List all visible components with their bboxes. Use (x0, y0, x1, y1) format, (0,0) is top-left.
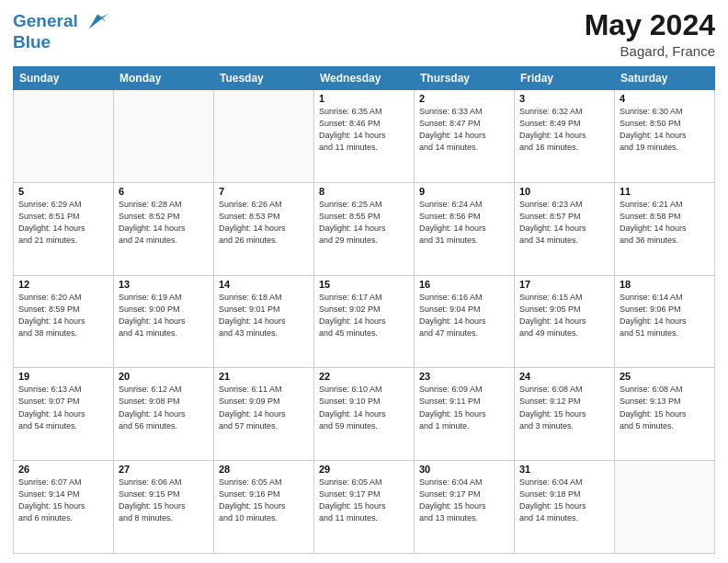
day-info: Sunrise: 6:26 AM Sunset: 8:53 PM Dayligh… (219, 199, 309, 247)
day-info: Sunrise: 6:09 AM Sunset: 9:11 PM Dayligh… (419, 384, 509, 431)
day-number: 1 (319, 93, 409, 104)
day-number: 4 (620, 93, 710, 104)
day-number: 24 (519, 371, 609, 382)
calendar-cell: 12Sunrise: 6:20 AM Sunset: 8:59 PM Dayli… (14, 275, 114, 368)
calendar-cell: 23Sunrise: 6:09 AM Sunset: 9:11 PM Dayli… (415, 368, 515, 461)
day-info: Sunrise: 6:32 AM Sunset: 8:49 PM Dayligh… (519, 106, 609, 154)
calendar-cell (615, 461, 715, 554)
calendar-day-header: Saturday (615, 67, 715, 90)
day-number: 21 (219, 371, 309, 382)
day-info: Sunrise: 6:11 AM Sunset: 9:09 PM Dayligh… (219, 384, 309, 431)
title-block: May 2024 Bagard, France (585, 9, 715, 59)
calendar-cell: 22Sunrise: 6:10 AM Sunset: 9:10 PM Dayli… (314, 368, 415, 461)
day-number: 6 (119, 186, 209, 197)
day-number: 2 (419, 93, 509, 104)
header: General Blue May 2024 Bagard, France (13, 9, 715, 59)
calendar-week-row: 26Sunrise: 6:07 AM Sunset: 9:14 PM Dayli… (14, 461, 715, 554)
calendar-cell: 4Sunrise: 6:30 AM Sunset: 8:50 PM Daylig… (615, 90, 715, 183)
day-number: 16 (419, 279, 509, 290)
day-number: 30 (419, 464, 509, 475)
day-number: 12 (18, 279, 108, 290)
day-number: 25 (620, 371, 710, 382)
day-info: Sunrise: 6:20 AM Sunset: 8:59 PM Dayligh… (18, 292, 108, 339)
calendar-cell: 17Sunrise: 6:15 AM Sunset: 9:05 PM Dayli… (515, 275, 615, 368)
calendar-cell: 15Sunrise: 6:17 AM Sunset: 9:02 PM Dayli… (314, 275, 415, 368)
calendar-day-header: Monday (114, 67, 214, 90)
day-info: Sunrise: 6:23 AM Sunset: 8:57 PM Dayligh… (519, 199, 609, 247)
day-number: 17 (519, 279, 609, 290)
day-info: Sunrise: 6:12 AM Sunset: 9:08 PM Dayligh… (119, 384, 209, 431)
day-info: Sunrise: 6:10 AM Sunset: 9:10 PM Dayligh… (319, 384, 409, 431)
day-info: Sunrise: 6:08 AM Sunset: 9:12 PM Dayligh… (519, 384, 609, 431)
calendar-cell: 11Sunrise: 6:21 AM Sunset: 8:58 PM Dayli… (615, 182, 715, 275)
day-number: 26 (18, 464, 108, 475)
subtitle: Bagard, France (585, 43, 715, 59)
calendar-cell: 10Sunrise: 6:23 AM Sunset: 8:57 PM Dayli… (515, 182, 615, 275)
calendar-cell: 21Sunrise: 6:11 AM Sunset: 9:09 PM Dayli… (214, 368, 314, 461)
calendar-day-header: Friday (515, 67, 615, 90)
calendar-day-header: Tuesday (214, 67, 314, 90)
day-info: Sunrise: 6:30 AM Sunset: 8:50 PM Dayligh… (620, 106, 710, 154)
logo-bird-icon (85, 9, 110, 35)
day-number: 19 (18, 371, 108, 382)
day-number: 22 (319, 371, 409, 382)
calendar-day-header: Thursday (415, 67, 515, 90)
calendar-cell: 1Sunrise: 6:35 AM Sunset: 8:46 PM Daylig… (314, 90, 415, 183)
logo-blue: Blue (13, 33, 110, 52)
calendar-cell: 14Sunrise: 6:18 AM Sunset: 9:01 PM Dayli… (214, 275, 314, 368)
day-info: Sunrise: 6:19 AM Sunset: 9:00 PM Dayligh… (119, 292, 209, 339)
calendar-cell: 5Sunrise: 6:29 AM Sunset: 8:51 PM Daylig… (14, 182, 114, 275)
calendar-week-row: 12Sunrise: 6:20 AM Sunset: 8:59 PM Dayli… (14, 275, 715, 368)
calendar-cell (114, 90, 214, 183)
logo: General Blue (13, 9, 110, 52)
day-info: Sunrise: 6:13 AM Sunset: 9:07 PM Dayligh… (18, 384, 108, 431)
day-info: Sunrise: 6:28 AM Sunset: 8:52 PM Dayligh… (119, 199, 209, 247)
day-info: Sunrise: 6:33 AM Sunset: 8:47 PM Dayligh… (419, 106, 509, 154)
day-number: 27 (119, 464, 209, 475)
calendar-cell: 29Sunrise: 6:05 AM Sunset: 9:17 PM Dayli… (314, 461, 415, 554)
calendar-cell: 9Sunrise: 6:24 AM Sunset: 8:56 PM Daylig… (415, 182, 515, 275)
calendar-cell: 25Sunrise: 6:08 AM Sunset: 9:13 PM Dayli… (615, 368, 715, 461)
day-number: 13 (119, 279, 209, 290)
day-info: Sunrise: 6:08 AM Sunset: 9:13 PM Dayligh… (620, 384, 710, 431)
day-info: Sunrise: 6:04 AM Sunset: 9:17 PM Dayligh… (419, 477, 509, 524)
logo-general: General (13, 11, 78, 30)
day-info: Sunrise: 6:05 AM Sunset: 9:16 PM Dayligh… (219, 477, 309, 524)
day-info: Sunrise: 6:04 AM Sunset: 9:18 PM Dayligh… (519, 477, 609, 524)
day-info: Sunrise: 6:25 AM Sunset: 8:55 PM Dayligh… (319, 199, 409, 247)
day-number: 10 (519, 186, 609, 197)
calendar-week-row: 1Sunrise: 6:35 AM Sunset: 8:46 PM Daylig… (14, 90, 715, 183)
calendar-cell: 26Sunrise: 6:07 AM Sunset: 9:14 PM Dayli… (14, 461, 114, 554)
calendar-cell (14, 90, 114, 183)
calendar-cell: 18Sunrise: 6:14 AM Sunset: 9:06 PM Dayli… (615, 275, 715, 368)
calendar-cell: 28Sunrise: 6:05 AM Sunset: 9:16 PM Dayli… (214, 461, 314, 554)
svg-marker-0 (89, 14, 108, 29)
day-number: 9 (419, 186, 509, 197)
calendar-week-row: 19Sunrise: 6:13 AM Sunset: 9:07 PM Dayli… (14, 368, 715, 461)
day-number: 18 (620, 279, 710, 290)
calendar-cell: 31Sunrise: 6:04 AM Sunset: 9:18 PM Dayli… (515, 461, 615, 554)
day-info: Sunrise: 6:16 AM Sunset: 9:04 PM Dayligh… (419, 292, 509, 339)
day-info: Sunrise: 6:21 AM Sunset: 8:58 PM Dayligh… (620, 199, 710, 247)
calendar-cell: 7Sunrise: 6:26 AM Sunset: 8:53 PM Daylig… (214, 182, 314, 275)
day-info: Sunrise: 6:06 AM Sunset: 9:15 PM Dayligh… (119, 477, 209, 524)
day-number: 5 (18, 186, 108, 197)
day-number: 31 (519, 464, 609, 475)
calendar-table: SundayMondayTuesdayWednesdayThursdayFrid… (13, 66, 715, 554)
day-info: Sunrise: 6:24 AM Sunset: 8:56 PM Dayligh… (419, 199, 509, 247)
main-title: May 2024 (585, 9, 715, 41)
calendar-cell: 24Sunrise: 6:08 AM Sunset: 9:12 PM Dayli… (515, 368, 615, 461)
calendar-cell: 2Sunrise: 6:33 AM Sunset: 8:47 PM Daylig… (415, 90, 515, 183)
day-info: Sunrise: 6:07 AM Sunset: 9:14 PM Dayligh… (18, 477, 108, 524)
day-number: 23 (419, 371, 509, 382)
calendar-cell: 6Sunrise: 6:28 AM Sunset: 8:52 PM Daylig… (114, 182, 214, 275)
day-number: 11 (620, 186, 710, 197)
day-info: Sunrise: 6:35 AM Sunset: 8:46 PM Dayligh… (319, 106, 409, 154)
day-info: Sunrise: 6:29 AM Sunset: 8:51 PM Dayligh… (18, 199, 108, 247)
calendar-cell: 3Sunrise: 6:32 AM Sunset: 8:49 PM Daylig… (515, 90, 615, 183)
day-number: 14 (219, 279, 309, 290)
day-number: 15 (319, 279, 409, 290)
day-number: 7 (219, 186, 309, 197)
calendar-cell: 30Sunrise: 6:04 AM Sunset: 9:17 PM Dayli… (415, 461, 515, 554)
day-number: 28 (219, 464, 309, 475)
